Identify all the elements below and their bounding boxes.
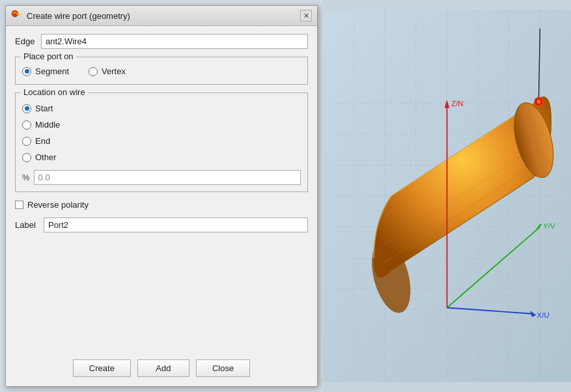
end-label[interactable]: End: [35, 136, 50, 146]
reverse-polarity-checkbox[interactable]: [15, 201, 23, 209]
y-axis-label: Y/V: [543, 222, 555, 230]
create-button[interactable]: Create: [73, 359, 131, 377]
start-label[interactable]: Start: [35, 104, 53, 113]
3d-viewport[interactable]: Z/N Y/V X/U: [323, 0, 571, 392]
end-radio-row: End: [22, 135, 301, 147]
app-icon: [11, 10, 23, 21]
reverse-polarity-row: Reverse polarity: [15, 200, 308, 210]
dialog-title: Create wire port (geometry): [27, 11, 130, 21]
create-wire-port-dialog: Create wire port (geometry) ✕ Edge Place…: [5, 5, 318, 387]
x-axis-label: X/U: [537, 311, 550, 319]
vertex-radio[interactable]: [89, 67, 98, 76]
middle-label[interactable]: Middle: [35, 120, 60, 130]
label-row: Label: [15, 217, 308, 232]
vertex-label[interactable]: Vertex: [102, 66, 126, 76]
start-radio[interactable]: [22, 104, 31, 113]
start-radio-row: Start: [22, 102, 301, 115]
vertex-radio-row: Vertex: [89, 65, 126, 77]
other-radio[interactable]: [22, 153, 31, 162]
reverse-polarity-label[interactable]: Reverse polarity: [27, 200, 89, 210]
svg-point-19: [537, 100, 541, 104]
dialog-title-bar: Create wire port (geometry) ✕: [6, 6, 317, 26]
place-port-group: Place port on Segment Vertex: [15, 57, 308, 85]
middle-radio[interactable]: [22, 120, 31, 130]
middle-radio-row: Middle: [22, 119, 301, 131]
segment-label[interactable]: Segment: [35, 66, 69, 76]
viewport-svg: Z/N Y/V X/U: [323, 0, 571, 392]
label-input[interactable]: [44, 217, 308, 232]
close-icon[interactable]: ✕: [300, 10, 312, 21]
place-port-title: Place port on: [21, 51, 76, 61]
percent-input[interactable]: [34, 170, 301, 185]
other-radio-row: Other: [22, 151, 301, 163]
end-radio[interactable]: [22, 137, 31, 146]
percent-symbol: %: [22, 173, 30, 182]
segment-radio[interactable]: [22, 67, 31, 76]
title-left: Create wire port (geometry): [11, 10, 130, 21]
dialog-body: Edge Place port on Segment Vertex Locati…: [6, 26, 317, 353]
edge-input[interactable]: [41, 34, 308, 49]
add-button[interactable]: Add: [137, 359, 189, 377]
close-button[interactable]: Close: [196, 359, 250, 377]
location-options: Start Middle End Other %: [22, 98, 301, 185]
other-label[interactable]: Other: [35, 152, 57, 162]
edge-label: Edge: [15, 36, 36, 46]
z-axis-label: Z/N: [451, 100, 463, 107]
label-field-label: Label: [15, 220, 38, 230]
location-title: Location on wire: [21, 87, 88, 97]
location-group: Location on wire Start Middle End Other: [15, 92, 308, 192]
segment-radio-row: Segment: [22, 65, 69, 77]
percent-row: %: [22, 170, 301, 185]
edge-row: Edge: [15, 34, 308, 49]
place-port-options: Segment Vertex: [22, 63, 301, 77]
button-row: Create Add Close: [6, 353, 317, 386]
